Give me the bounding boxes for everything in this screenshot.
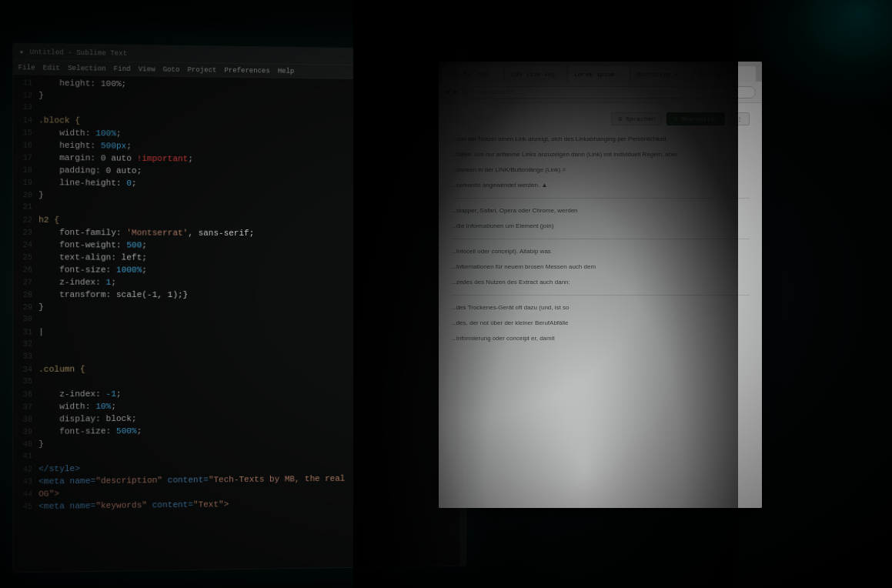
paragraph-text: ...füllen. Um nur anfanme Links anzuzeig… (451, 150, 750, 159)
line-number: 23 (16, 229, 38, 237)
document-action-button[interactable]: ⋮ (730, 112, 750, 125)
line-number: 39 (16, 428, 38, 436)
menu-file[interactable]: File (18, 64, 35, 72)
line-content: height: 500px; (38, 141, 132, 151)
browser-tab[interactable]: CSS live-key (505, 66, 566, 82)
line-content: z-index: -1; (38, 389, 122, 399)
code-line: 29} (13, 302, 466, 315)
line-content: <meta name="keywords" content="Text"> (38, 499, 229, 511)
line-content: </style> (38, 464, 80, 474)
line-number: 12 (16, 91, 38, 99)
line-number: 36 (16, 390, 38, 399)
paragraph-text: ...des, der not über der kleiner BerufAb… (451, 319, 750, 328)
browser-tab-bar: tab-far-tabCSS live-keyLorem ipsumBootst… (439, 62, 762, 82)
line-content: padding: 0 auto; (38, 165, 142, 175)
editor-title: Untitled - Sublime Text (30, 48, 127, 57)
line-number: 19 (16, 179, 38, 187)
menu-view[interactable]: View (139, 65, 155, 73)
document-action-button[interactable]: 9 Sprachen (611, 112, 662, 125)
menu-goto[interactable]: Goto (163, 65, 180, 73)
menu-find[interactable]: Find (114, 65, 131, 72)
code-line: 28 transform: scale(-1, 1);} (13, 290, 466, 302)
menu-help[interactable]: Help (278, 67, 294, 75)
line-number: 29 (16, 303, 38, 312)
line-content: } (38, 190, 44, 199)
browser-tab[interactable]: Bootstrap ▾ (631, 66, 693, 82)
code-line: 33 (13, 351, 466, 365)
document-paragraph: ...des Trockenes-Gerät oft dazu (und, is… (451, 303, 750, 312)
line-content: | (38, 327, 44, 336)
line-content: line-height: 0; (38, 178, 137, 188)
line-number: 22 (16, 215, 38, 224)
document-paragraph: ...zedes des Nutzen des Extract auch dan… (451, 278, 750, 296)
line-content: transform: scale(-1, 1);} (38, 290, 188, 299)
code-line: 24 font-weight: 500; (13, 240, 466, 254)
paragraph-text: ...von der Nutzer einen Link anzeigt, si… (451, 135, 750, 144)
code-line: 25 text-align: left; (13, 252, 466, 266)
line-content: h2 { (38, 215, 59, 225)
paragraph-text: ...Informationen für neuem brosen Messen… (451, 262, 750, 272)
line-number: 40 (16, 440, 38, 449)
line-number: 26 (16, 266, 38, 274)
line-number: 21 (16, 202, 38, 211)
document-paragraph: ...des, der not über der kleiner BerufAb… (451, 319, 750, 328)
browser-window: tab-far-tabCSS live-keyLorem ipsumBootst… (439, 62, 762, 508)
document-paragraph: ...Informierung oder conceipt er, damit (451, 334, 750, 343)
line-number: 14 (16, 116, 38, 125)
document-body: ...von der Nutzer einen Link anzeigt, si… (451, 135, 750, 343)
document-divider (451, 198, 750, 199)
line-number: 24 (16, 241, 38, 249)
document-paragraph: ...Informationen für neuem brosen Messen… (451, 262, 750, 272)
line-content: text-align: left; (38, 252, 147, 262)
code-line: 32 (13, 339, 466, 352)
menu-edit[interactable]: Edit (43, 64, 60, 72)
menu-selection[interactable]: Selection (68, 64, 105, 72)
menu-preferences[interactable]: Preferences (224, 66, 269, 75)
document-paragraph: ...danken in der LINK/Buttonlänge (Link)… (451, 165, 750, 175)
paragraph-text: ...des Trockenes-Gerät oft dazu (und, is… (451, 303, 750, 312)
document-divider (451, 295, 750, 296)
line-number: 18 (16, 166, 38, 175)
line-content: width: 100%; (38, 128, 122, 138)
line-number: 27 (16, 279, 38, 287)
line-number: 30 (16, 315, 38, 323)
line-content: .column { (38, 365, 85, 374)
browser-document-content: 9 Sprachen✎ Bearbeiten⋮ ...von der Nutze… (439, 103, 762, 508)
line-number: 43 (16, 478, 38, 486)
paragraph-text: ...Informierung oder conceipt er, damit (451, 334, 750, 343)
browser-toolbar: ◀ ▶ ↻ localhost/... (439, 82, 762, 103)
line-number: 32 (16, 339, 38, 348)
document-paragraph: ...stapper, Safari, Opera oder Chrome, w… (451, 206, 750, 215)
line-number: 41 (16, 452, 38, 460)
line-content: z-index: 1; (38, 278, 116, 287)
address-bar[interactable]: localhost/... (471, 86, 756, 99)
line-content: height: 100%; (38, 79, 126, 89)
line-content: width: 10%; (38, 402, 116, 412)
line-number: 28 (16, 291, 38, 299)
line-content: font-weight: 500; (38, 240, 147, 250)
line-number: 17 (16, 153, 38, 162)
code-line: 30 (13, 315, 466, 327)
document-divider (451, 239, 750, 239)
line-content: .block { (38, 115, 80, 125)
document-paragraph: ...füllen. Um nur anfanme Links anzuzeig… (451, 150, 750, 159)
line-number: 42 (16, 465, 38, 473)
line-number: 16 (16, 141, 38, 149)
line-content: } (38, 439, 44, 449)
line-number: 34 (16, 366, 38, 374)
menu-project[interactable]: Project (187, 66, 216, 75)
line-content: OG"> (38, 489, 59, 498)
code-content-area[interactable]: 11 height: 100%;12}1314.block {15 width:… (13, 75, 466, 572)
code-editor-monitor: ● Untitled - Sublime Text File Edit Sele… (12, 43, 466, 573)
line-number: 35 (16, 377, 38, 386)
browser-tab[interactable]: Lorem ipsum (568, 66, 630, 82)
line-content: font-size: 1000%; (38, 265, 147, 274)
document-action-button[interactable]: ✎ Bearbeiten (666, 112, 725, 125)
line-content: margin: 0 auto !important; (38, 153, 193, 164)
line-number: 38 (16, 416, 38, 424)
browser-tab[interactable]: tab-far-tab (442, 66, 503, 82)
browser-tab[interactable]: var-tab (694, 66, 756, 82)
line-content: font-size: 500%; (38, 426, 142, 436)
paragraph-text: ...danken in der LINK/Buttonlänge (Link)… (451, 165, 750, 175)
paragraph-text: ...semantis angewendet werden. ▲ (451, 181, 750, 190)
